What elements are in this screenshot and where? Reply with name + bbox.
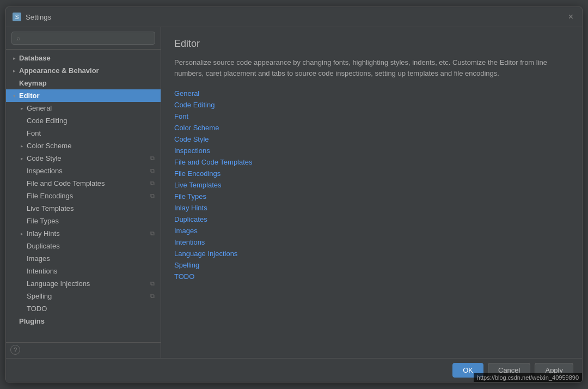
main-content: Editor Personalize source code appearanc… <box>161 27 582 358</box>
dialog-title: Settings <box>26 13 51 21</box>
sidebar-item-appearance[interactable]: ▸Appearance & Behavior <box>6 64 161 77</box>
leaf-spacer <box>18 217 26 225</box>
sidebar-item-language-injections[interactable]: Language Injections⧉ <box>6 277 161 290</box>
copy-icon: ⧉ <box>149 230 156 238</box>
expand-arrow: ▾ <box>10 92 18 100</box>
content-link-general[interactable]: General <box>174 89 569 98</box>
sidebar-item-label: Keymap <box>19 79 156 87</box>
sidebar-item-inspections[interactable]: Inspections⧉ <box>6 165 161 177</box>
copy-icon: ⧉ <box>149 180 156 187</box>
close-button[interactable]: × <box>566 11 575 22</box>
sidebar-item-live-templates[interactable]: Live Templates <box>6 202 161 215</box>
sidebar-item-general[interactable]: ▸General <box>6 102 161 114</box>
content-link-inspections[interactable]: Inspections <box>174 147 569 155</box>
sidebar-item-label: Plugins <box>19 317 156 325</box>
content-link-spelling[interactable]: Spelling <box>174 261 569 269</box>
expand-arrow: ▸ <box>18 155 26 162</box>
settings-dialog: S Settings × ▸Database▸Appearance & Beha… <box>5 7 583 382</box>
sidebar-item-label: Spelling <box>27 292 149 300</box>
content-link-inlay-hints[interactable]: Inlay Hints <box>174 204 569 212</box>
leaf-spacer <box>10 80 18 87</box>
sidebar-item-color-scheme[interactable]: ▸Color Scheme <box>6 139 161 152</box>
leaf-spacer <box>18 205 26 212</box>
content-link-file-types[interactable]: File Types <box>174 192 569 200</box>
leaf-spacer <box>10 318 18 325</box>
content-link-code-style[interactable]: Code Style <box>174 135 569 143</box>
leaf-spacer <box>18 167 26 175</box>
content-link-font[interactable]: Font <box>174 112 569 120</box>
search-input[interactable] <box>11 32 155 45</box>
sidebar-item-font[interactable]: Font <box>6 127 161 139</box>
copy-icon: ⧉ <box>149 293 156 300</box>
sidebar-item-code-style[interactable]: ▸Code Style⧉ <box>6 152 161 165</box>
sidebar-item-label: Color Scheme <box>27 142 156 150</box>
sidebar-item-label: File and Code Templates <box>27 179 149 187</box>
sidebar-item-editor[interactable]: ▾Editor <box>6 89 161 102</box>
sidebar-item-spelling[interactable]: Spelling⧉ <box>6 290 161 302</box>
sidebar-item-inlay-hints[interactable]: ▸Inlay Hints⧉ <box>6 227 161 240</box>
help-icon[interactable]: ? <box>10 345 20 355</box>
leaf-spacer <box>18 293 26 300</box>
leaf-spacer <box>18 242 26 250</box>
title-bar: S Settings × <box>6 7 582 27</box>
bottom-bar: ? <box>6 342 161 358</box>
sidebar-item-todo[interactable]: TODO <box>6 302 161 315</box>
sidebar: ▸Database▸Appearance & BehaviorKeymap▾Ed… <box>6 27 161 358</box>
copy-icon: ⧉ <box>149 280 156 288</box>
description: Personalize source code appearance by ch… <box>174 57 555 78</box>
expand-arrow: ▸ <box>10 67 18 75</box>
content-link-images[interactable]: Images <box>174 227 569 235</box>
expand-arrow: ▸ <box>18 142 26 150</box>
main-title: Editor <box>174 38 569 50</box>
sidebar-item-intentions[interactable]: Intentions <box>6 265 161 277</box>
content-link-code-editing[interactable]: Code Editing <box>174 101 569 109</box>
leaf-spacer <box>18 268 26 275</box>
sidebar-item-label: Code Editing <box>27 117 156 125</box>
sidebar-item-label: Code Style <box>27 154 149 162</box>
content-link-duplicates[interactable]: Duplicates <box>174 215 569 223</box>
settings-tree: ▸Database▸Appearance & BehaviorKeymap▾Ed… <box>6 50 161 342</box>
copy-icon: ⧉ <box>149 167 156 175</box>
leaf-spacer <box>18 305 26 313</box>
sidebar-item-duplicates[interactable]: Duplicates <box>6 240 161 252</box>
sidebar-item-label: TODO <box>27 305 156 313</box>
sidebar-item-label: File Encodings <box>27 192 149 200</box>
sidebar-item-plugins[interactable]: Plugins <box>6 315 161 327</box>
leaf-spacer <box>18 117 26 125</box>
url-bar: https://blog.csdn.net/weixin_40959890 <box>474 373 582 382</box>
sidebar-item-label: Duplicates <box>27 242 156 250</box>
content-link-intentions[interactable]: Intentions <box>174 238 569 246</box>
expand-arrow: ▸ <box>18 230 26 238</box>
sidebar-item-label: Images <box>27 254 156 263</box>
sidebar-item-label: Font <box>27 129 156 137</box>
title-bar-left: S Settings <box>13 13 51 21</box>
leaf-spacer <box>18 192 26 200</box>
sidebar-item-images[interactable]: Images <box>6 252 161 265</box>
content-link-color-scheme[interactable]: Color Scheme <box>174 124 569 132</box>
sidebar-item-label: Editor <box>19 92 156 100</box>
content-link-file-and-code-templates[interactable]: File and Code Templates <box>174 158 569 166</box>
content-link-live-templates[interactable]: Live Templates <box>174 181 569 189</box>
sidebar-item-label: Live Templates <box>27 204 156 212</box>
sidebar-item-label: Appearance & Behavior <box>19 66 156 75</box>
expand-arrow: ▸ <box>10 54 18 62</box>
copy-icon: ⧉ <box>149 192 156 200</box>
sidebar-item-code-editing[interactable]: Code Editing <box>6 114 161 127</box>
sidebar-item-database[interactable]: ▸Database <box>6 52 161 64</box>
search-box <box>6 27 161 50</box>
leaf-spacer <box>18 130 26 137</box>
leaf-spacer <box>18 255 26 263</box>
content-link-language-injections[interactable]: Language Injections <box>174 250 569 258</box>
sidebar-item-label: Language Injections <box>27 279 149 288</box>
sidebar-item-file-code-templates[interactable]: File and Code Templates⧉ <box>6 177 161 190</box>
leaf-spacer <box>18 280 26 288</box>
content-link-todo[interactable]: TODO <box>174 272 569 281</box>
sidebar-item-file-encodings[interactable]: File Encodings⧉ <box>6 190 161 202</box>
content-link-file-encodings[interactable]: File Encodings <box>174 169 569 178</box>
sidebar-item-label: Inspections <box>27 167 149 175</box>
sidebar-item-keymap[interactable]: Keymap <box>6 77 161 89</box>
sidebar-item-file-types[interactable]: File Types <box>6 215 161 227</box>
sidebar-item-label: General <box>27 104 156 112</box>
link-list: GeneralCode EditingFontColor SchemeCode … <box>174 89 569 281</box>
sidebar-item-label: File Types <box>27 217 156 225</box>
